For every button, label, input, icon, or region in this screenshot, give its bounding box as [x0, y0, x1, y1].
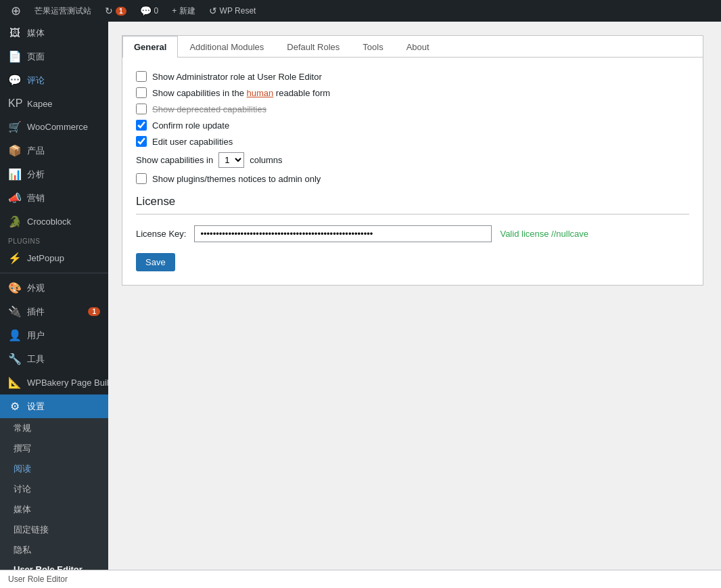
comments-nav-icon: 💬	[8, 74, 22, 87]
label-deprecated: Show deprecated capabilities	[152, 104, 266, 114]
sidebar-item-pages[interactable]: 📄 页面	[0, 45, 108, 68]
row-columns: Show capabilities in 1 2 3 4 columns	[136, 152, 689, 168]
sidebar-item-settings[interactable]: ⚙ 设置	[0, 394, 108, 418]
tab-about[interactable]: About	[395, 36, 441, 58]
row-edit-user-caps: Edit user capabilities	[136, 136, 689, 147]
sidebar-sub-reading[interactable]: 阅读	[0, 459, 108, 479]
sidebar-item-appearance-label: 外观	[27, 282, 45, 294]
site-name-button[interactable]: 芒果运营测试站	[29, 0, 97, 22]
label-show-admin-role: Show Administrator role at User Role Edi…	[152, 72, 322, 82]
sidebar-item-products[interactable]: 📦 产品	[0, 139, 108, 162]
columns-select[interactable]: 1 2 3 4	[218, 152, 244, 168]
sidebar-item-tools[interactable]: 🔧 工具	[0, 347, 108, 371]
sidebar-item-plugins[interactable]: 🔌 插件 1	[0, 300, 108, 323]
comments-button[interactable]: 💬 0	[135, 0, 164, 22]
plugins-section-label: PLUGINS	[0, 233, 108, 246]
sidebar-sub-permalinks[interactable]: 固定链接	[0, 520, 108, 540]
sidebar-item-media-label: 媒体	[27, 27, 45, 39]
license-heading: License	[136, 195, 689, 214]
wp-reset-button[interactable]: ↺ WP Reset	[204, 0, 262, 22]
settings-icon: ⚙	[8, 400, 22, 413]
checkbox-deprecated[interactable]	[136, 104, 147, 114]
sub-reading-label: 阅读	[14, 463, 31, 475]
jetpopup-icon: ⚡	[8, 252, 22, 265]
sidebar-item-settings-label: 设置	[27, 401, 45, 413]
wp-logo-button[interactable]: ⊕	[5, 0, 26, 22]
tools-icon: 🔧	[8, 353, 22, 365]
crocoblock-icon: 🐊	[8, 215, 22, 228]
sidebar-item-wpbakery-label: WPBakery Page Builder	[27, 378, 108, 388]
checkbox-plugins-notices[interactable]	[136, 173, 147, 184]
sidebar-item-media[interactable]: 🖼 媒体	[0, 22, 108, 45]
checkbox-human-readable[interactable]	[136, 87, 147, 98]
sub-ure-label: User Role Editor	[14, 564, 83, 570]
tab-general[interactable]: General	[122, 36, 178, 58]
updates-badge: 1	[116, 7, 126, 16]
sidebar-item-users[interactable]: 👤 用户	[0, 323, 108, 347]
pages-icon: 📄	[8, 50, 22, 63]
sidebar-item-comments-label: 评论	[27, 74, 45, 87]
comments-icon: 💬	[140, 5, 152, 16]
checkbox-show-admin-role[interactable]	[136, 71, 147, 82]
sidebar-sub-writing[interactable]: 撰写	[0, 438, 108, 459]
wp-reset-label: WP Reset	[220, 6, 256, 16]
tab-bar: General Additional Modules Default Roles…	[122, 36, 703, 58]
save-button[interactable]: Save	[136, 253, 175, 271]
license-key-input[interactable]	[194, 225, 492, 242]
updates-button[interactable]: ↻ 1	[99, 0, 132, 22]
admin-bar: ⊕ 芒果运营测试站 ↻ 1 💬 0 + 新建 ↺ WP Reset	[0, 0, 721, 22]
checkbox-edit-user-caps[interactable]	[136, 136, 147, 147]
tab-additional-modules[interactable]: Additional Modules	[178, 36, 275, 58]
sidebar-item-woocommerce-label: WooCommerce	[27, 122, 88, 132]
label-edit-user-caps: Edit user capabilities	[152, 137, 233, 147]
users-icon: 👤	[8, 329, 22, 342]
show-caps-label: Show capabilities in	[136, 155, 213, 165]
new-content-label: + 新建	[172, 5, 195, 17]
sidebar-item-jetpopup[interactable]: ⚡ JetPopup	[0, 246, 108, 270]
sub-privacy-label: 隐私	[14, 544, 31, 556]
sidebar-item-pages-label: 页面	[27, 51, 45, 63]
sidebar-item-comments[interactable]: 💬 评论	[0, 68, 108, 92]
checkbox-confirm-role-update[interactable]	[136, 120, 147, 131]
products-icon: 📦	[8, 144, 22, 157]
label-plugins-notices: Show plugins/themes notices to admin onl…	[152, 174, 321, 184]
site-name-label: 芒果运营测试站	[34, 5, 91, 17]
wp-logo-icon: ⊕	[11, 3, 21, 18]
sidebar-sub-privacy[interactable]: 隐私	[0, 540, 108, 560]
sidebar-item-marketing[interactable]: 📣 营销	[0, 186, 108, 210]
sidebar-item-woocommerce[interactable]: 🛒 WooCommerce	[0, 115, 108, 139]
sidebar: 🖼 媒体 📄 页面 💬 评论 KP Kapee 🛒 WooCommerce 📦 …	[0, 22, 108, 570]
tab-default-roles[interactable]: Default Roles	[275, 36, 351, 58]
tab-tools[interactable]: Tools	[351, 36, 394, 58]
sub-writing-label: 撰写	[14, 443, 31, 455]
sub-general-label: 常规	[14, 422, 31, 434]
sub-media-label: 媒体	[14, 503, 31, 516]
settings-submenu: 常规 撰写 阅读 讨论 媒体 固定链接 隐私 User Role Editor	[0, 418, 108, 570]
row-confirm-role-update: Confirm role update	[136, 120, 689, 131]
sidebar-item-users-label: 用户	[27, 330, 45, 342]
sidebar-item-jetpopup-label: JetPopup	[27, 253, 64, 263]
plugins-badge: 1	[88, 307, 100, 316]
sub-discussion-label: 讨论	[14, 483, 31, 495]
sidebar-item-crocoblock[interactable]: 🐊 Crocoblock	[0, 210, 108, 233]
row-deprecated: Show deprecated capabilities	[136, 104, 689, 114]
sidebar-item-wpbakery[interactable]: 📐 WPBakery Page Builder	[0, 371, 108, 394]
sidebar-sub-discussion[interactable]: 讨论	[0, 479, 108, 499]
license-valid-text: Valid license //nullcave	[500, 229, 588, 239]
sidebar-item-analytics[interactable]: 📊 分析	[0, 162, 108, 186]
label-human-readable: Show capabilities in the human readable …	[152, 88, 330, 98]
sidebar-sub-ure[interactable]: User Role Editor	[0, 560, 108, 570]
sidebar-item-kapee[interactable]: KP Kapee	[0, 92, 108, 115]
sidebar-item-appearance[interactable]: 🎨 外观	[0, 276, 108, 300]
sidebar-sub-general[interactable]: 常规	[0, 418, 108, 438]
license-key-label: License Key:	[136, 229, 186, 239]
sidebar-item-tools-label: 工具	[27, 353, 45, 365]
marketing-icon: 📣	[8, 191, 22, 204]
wpbakery-icon: 📐	[8, 376, 22, 389]
new-content-button[interactable]: + 新建	[166, 0, 200, 22]
sidebar-item-crocoblock-label: Crocoblock	[27, 217, 71, 227]
label-confirm-role-update: Confirm role update	[152, 120, 229, 131]
main-content: General Additional Modules Default Roles…	[108, 22, 721, 570]
sidebar-sub-media[interactable]: 媒体	[0, 499, 108, 520]
analytics-icon: 📊	[8, 168, 22, 181]
